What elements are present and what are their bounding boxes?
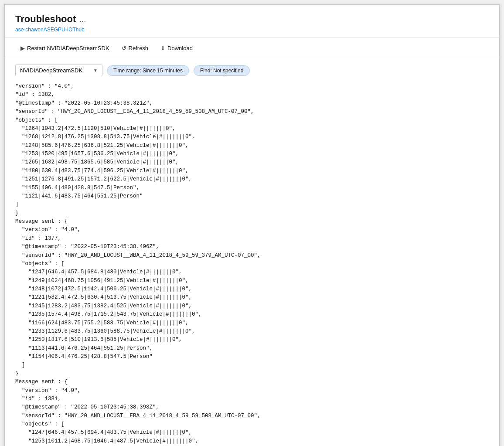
- log-line: "sensorId" : "HWY_20_AND_LOCUST__EBA_4_1…: [15, 108, 489, 116]
- log-line: "objects" : [: [15, 420, 489, 429]
- log-line: }: [15, 370, 489, 378]
- page-title: Troubleshoot: [15, 14, 76, 25]
- troubleshoot-window: Troubleshoot ... ase-chawonASEGPU-IOThub…: [4, 4, 500, 446]
- download-icon: ⇓: [160, 45, 165, 51]
- page-header: Troubleshoot ... ase-chawonASEGPU-IOThub: [5, 5, 499, 37]
- log-line: "1265|1632|498.75|1865.6|585|Vehicle|#||…: [15, 158, 489, 167]
- log-line: "sensorId" : "HWY_20_AND_LOCUST__EBA_4_1…: [15, 412, 489, 420]
- log-line: "1248|1072|472.5|1142.4|506.25|Vehicle|#…: [15, 285, 489, 293]
- log-line: "1221|582.4|472.5|630.4|513.75|Vehicle|#…: [15, 293, 489, 302]
- log-line: "objects" : [: [15, 260, 489, 268]
- log-line: "1235|1574.4|498.75|1715.2|543.75|Vehicl…: [15, 310, 489, 319]
- restart-label: Restart NVIDIADeepStreamSDK: [27, 45, 109, 51]
- log-line: "version" : "4.0",: [15, 82, 489, 91]
- log-line: Message sent : {: [15, 378, 489, 386]
- log-line: Message sent : {: [15, 218, 489, 226]
- log-line: "1247|646.4|457.5|684.8|480|Vehicle|#|||…: [15, 268, 489, 276]
- log-line: "1253|1011.2|468.75|1046.4|487.5|Vehicle…: [15, 437, 489, 446]
- refresh-icon: ↺: [122, 45, 126, 51]
- module-dropdown[interactable]: NVIDIADeepStreamSDK ▼: [15, 65, 102, 76]
- log-line: "1180|630.4|483.75|774.4|596.25|Vehicle|…: [15, 167, 489, 175]
- log-line: }: [15, 209, 489, 218]
- log-output: "version" : "4.0","id" : 1382,"@timestam…: [15, 82, 489, 446]
- log-line: "1264|1043.2|472.5|1120|510|Vehicle|#|||…: [15, 125, 489, 133]
- toolbar: ▶ Restart NVIDIADeepStreamSDK ↺ Refresh …: [5, 37, 499, 59]
- chevron-down-icon: ▼: [93, 68, 98, 73]
- log-line: "objects" : [: [15, 116, 489, 125]
- log-line: "id" : 1382,: [15, 91, 489, 99]
- log-line: "@timestamp" : "2022-05-10T23:45:38.321Z…: [15, 99, 489, 108]
- log-line: "id" : 1381,: [15, 395, 489, 403]
- log-line: "@timestamp" : "2022-05-10T23:45:38.496Z…: [15, 243, 489, 251]
- find-filter[interactable]: Find: Not specified: [194, 65, 250, 76]
- log-line: "1251|1276.8|491.25|1571.2|622.5|Vehicle…: [15, 175, 489, 184]
- log-line: "id" : 1377,: [15, 235, 489, 243]
- content-area: NVIDIADeepStreamSDK ▼ Time range: Since …: [5, 59, 499, 446]
- log-line: "1154|406.4|476.25|428.8|547.5|Person": [15, 353, 489, 361]
- filter-row: NVIDIADeepStreamSDK ▼ Time range: Since …: [15, 65, 489, 76]
- log-line: "1247|646.4|457.5|694.4|483.75|Vehicle|#…: [15, 429, 489, 437]
- log-line: "version" : "4.0",: [15, 387, 489, 395]
- download-button[interactable]: ⇓ Download: [155, 43, 198, 54]
- more-options-button[interactable]: ...: [79, 15, 86, 24]
- dropdown-value: NVIDIADeepStreamSDK: [20, 67, 82, 74]
- log-line: "1166|624|483.75|755.2|588.75|Vehicle|#|…: [15, 319, 489, 327]
- log-line: "version" : "4.0",: [15, 226, 489, 234]
- log-line: "@timestamp" : "2022-05-10T23:45:38.398Z…: [15, 403, 489, 412]
- log-line: "1253|1520|495|1657.6|536.25|Vehicle|#||…: [15, 150, 489, 158]
- log-line: "1233|1129.6|483.75|1360|588.75|Vehicle|…: [15, 327, 489, 336]
- log-line: ]: [15, 361, 489, 369]
- play-icon: ▶: [20, 45, 25, 51]
- page-subtitle[interactable]: ase-chawonASEGPU-IOThub: [15, 27, 489, 33]
- log-line: "1155|406.4|480|428.8|547.5|Person",: [15, 184, 489, 192]
- refresh-button[interactable]: ↺ Refresh: [116, 43, 154, 54]
- refresh-label: Refresh: [129, 45, 149, 51]
- download-label: Download: [167, 45, 193, 51]
- log-line: "1248|585.6|476.25|636.8|521.25|Vehicle|…: [15, 142, 489, 150]
- log-line: "1121|441.6|483.75|464|551.25|Person": [15, 192, 489, 201]
- log-line: "1268|1212.8|476.25|1308.8|513.75|Vehicl…: [15, 133, 489, 141]
- time-range-filter[interactable]: Time range: Since 15 minutes: [107, 65, 189, 76]
- log-line: "1249|1024|468.75|1056|491.25|Vehicle|#|…: [15, 277, 489, 285]
- log-line: "sensorId" : "HWY_20_AND_LOCUST__WBA_4_1…: [15, 252, 489, 260]
- log-line: ]: [15, 201, 489, 209]
- log-line: "1113|441.6|476.25|464|551.25|Person",: [15, 344, 489, 353]
- log-line: "1250|1817.6|510|1913.6|585|Vehicle|#|||…: [15, 336, 489, 344]
- restart-button[interactable]: ▶ Restart NVIDIADeepStreamSDK: [15, 43, 115, 54]
- log-line: "1245|1283.2|483.75|1382.4|525|Vehicle|#…: [15, 302, 489, 310]
